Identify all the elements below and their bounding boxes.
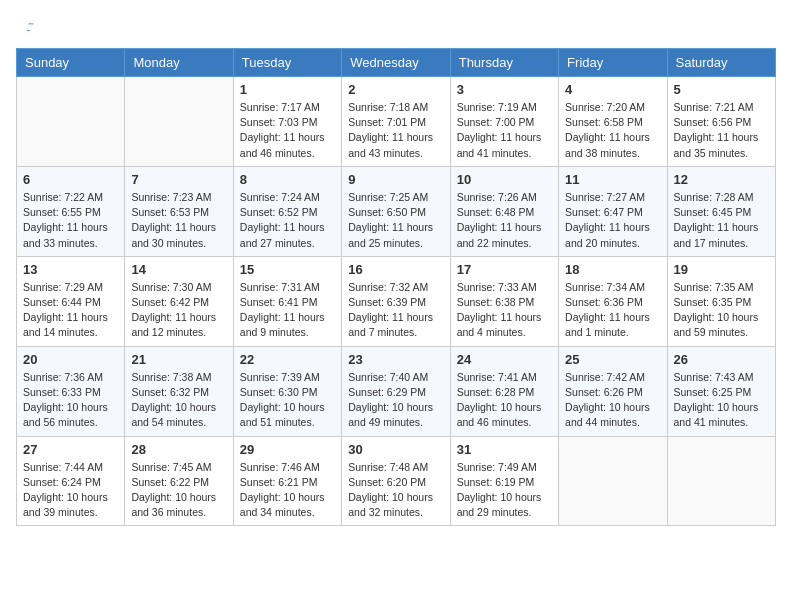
day-number: 23 <box>348 352 443 367</box>
calendar-cell: 9Sunrise: 7:25 AMSunset: 6:50 PMDaylight… <box>342 166 450 256</box>
day-number: 27 <box>23 442 118 457</box>
calendar-cell: 6Sunrise: 7:22 AMSunset: 6:55 PMDaylight… <box>17 166 125 256</box>
day-number: 21 <box>131 352 226 367</box>
sunrise-text: Sunrise: 7:38 AM <box>131 370 226 385</box>
day-info: Sunrise: 7:36 AMSunset: 6:33 PMDaylight:… <box>23 370 118 431</box>
sunset-text: Sunset: 6:35 PM <box>674 295 769 310</box>
daylight-text: Daylight: 10 hours and 59 minutes. <box>674 310 769 340</box>
sunset-text: Sunset: 6:42 PM <box>131 295 226 310</box>
calendar-cell: 21Sunrise: 7:38 AMSunset: 6:32 PMDayligh… <box>125 346 233 436</box>
calendar-cell: 4Sunrise: 7:20 AMSunset: 6:58 PMDaylight… <box>559 77 667 167</box>
sunrise-text: Sunrise: 7:18 AM <box>348 100 443 115</box>
calendar-cell: 25Sunrise: 7:42 AMSunset: 6:26 PMDayligh… <box>559 346 667 436</box>
page-header <box>16 16 776 36</box>
day-info: Sunrise: 7:38 AMSunset: 6:32 PMDaylight:… <box>131 370 226 431</box>
sunrise-text: Sunrise: 7:30 AM <box>131 280 226 295</box>
day-info: Sunrise: 7:45 AMSunset: 6:22 PMDaylight:… <box>131 460 226 521</box>
sunrise-text: Sunrise: 7:49 AM <box>457 460 552 475</box>
day-number: 19 <box>674 262 769 277</box>
day-info: Sunrise: 7:49 AMSunset: 6:19 PMDaylight:… <box>457 460 552 521</box>
calendar-cell: 14Sunrise: 7:30 AMSunset: 6:42 PMDayligh… <box>125 256 233 346</box>
calendar-table: SundayMondayTuesdayWednesdayThursdayFrid… <box>16 48 776 526</box>
sunset-text: Sunset: 6:48 PM <box>457 205 552 220</box>
sunset-text: Sunset: 6:25 PM <box>674 385 769 400</box>
daylight-text: Daylight: 11 hours and 30 minutes. <box>131 220 226 250</box>
daylight-text: Daylight: 11 hours and 7 minutes. <box>348 310 443 340</box>
sunset-text: Sunset: 7:03 PM <box>240 115 335 130</box>
sunset-text: Sunset: 6:58 PM <box>565 115 660 130</box>
sunrise-text: Sunrise: 7:46 AM <box>240 460 335 475</box>
daylight-text: Daylight: 10 hours and 34 minutes. <box>240 490 335 520</box>
sunrise-text: Sunrise: 7:23 AM <box>131 190 226 205</box>
day-number: 20 <box>23 352 118 367</box>
sunrise-text: Sunrise: 7:19 AM <box>457 100 552 115</box>
sunset-text: Sunset: 6:21 PM <box>240 475 335 490</box>
day-number: 24 <box>457 352 552 367</box>
sunrise-text: Sunrise: 7:31 AM <box>240 280 335 295</box>
weekday-header-thursday: Thursday <box>450 49 558 77</box>
day-number: 13 <box>23 262 118 277</box>
daylight-text: Daylight: 10 hours and 51 minutes. <box>240 400 335 430</box>
sunrise-text: Sunrise: 7:24 AM <box>240 190 335 205</box>
daylight-text: Daylight: 10 hours and 54 minutes. <box>131 400 226 430</box>
sunrise-text: Sunrise: 7:45 AM <box>131 460 226 475</box>
sunrise-text: Sunrise: 7:42 AM <box>565 370 660 385</box>
day-info: Sunrise: 7:20 AMSunset: 6:58 PMDaylight:… <box>565 100 660 161</box>
calendar-cell: 15Sunrise: 7:31 AMSunset: 6:41 PMDayligh… <box>233 256 341 346</box>
day-info: Sunrise: 7:33 AMSunset: 6:38 PMDaylight:… <box>457 280 552 341</box>
day-info: Sunrise: 7:22 AMSunset: 6:55 PMDaylight:… <box>23 190 118 251</box>
logo <box>16 16 38 36</box>
daylight-text: Daylight: 10 hours and 36 minutes. <box>131 490 226 520</box>
sunset-text: Sunset: 6:24 PM <box>23 475 118 490</box>
sunrise-text: Sunrise: 7:28 AM <box>674 190 769 205</box>
calendar-cell <box>559 436 667 526</box>
daylight-text: Daylight: 11 hours and 17 minutes. <box>674 220 769 250</box>
calendar-cell: 23Sunrise: 7:40 AMSunset: 6:29 PMDayligh… <box>342 346 450 436</box>
day-number: 30 <box>348 442 443 457</box>
sunrise-text: Sunrise: 7:34 AM <box>565 280 660 295</box>
day-number: 25 <box>565 352 660 367</box>
day-number: 18 <box>565 262 660 277</box>
calendar-cell: 29Sunrise: 7:46 AMSunset: 6:21 PMDayligh… <box>233 436 341 526</box>
day-info: Sunrise: 7:18 AMSunset: 7:01 PMDaylight:… <box>348 100 443 161</box>
day-info: Sunrise: 7:17 AMSunset: 7:03 PMDaylight:… <box>240 100 335 161</box>
sunset-text: Sunset: 6:30 PM <box>240 385 335 400</box>
sunset-text: Sunset: 6:32 PM <box>131 385 226 400</box>
calendar-cell: 22Sunrise: 7:39 AMSunset: 6:30 PMDayligh… <box>233 346 341 436</box>
weekday-header-monday: Monday <box>125 49 233 77</box>
daylight-text: Daylight: 10 hours and 49 minutes. <box>348 400 443 430</box>
calendar-cell: 27Sunrise: 7:44 AMSunset: 6:24 PMDayligh… <box>17 436 125 526</box>
sunset-text: Sunset: 6:29 PM <box>348 385 443 400</box>
weekday-header-friday: Friday <box>559 49 667 77</box>
calendar-cell: 1Sunrise: 7:17 AMSunset: 7:03 PMDaylight… <box>233 77 341 167</box>
day-info: Sunrise: 7:34 AMSunset: 6:36 PMDaylight:… <box>565 280 660 341</box>
day-number: 3 <box>457 82 552 97</box>
daylight-text: Daylight: 11 hours and 38 minutes. <box>565 130 660 160</box>
sunset-text: Sunset: 6:44 PM <box>23 295 118 310</box>
calendar-cell: 31Sunrise: 7:49 AMSunset: 6:19 PMDayligh… <box>450 436 558 526</box>
day-info: Sunrise: 7:25 AMSunset: 6:50 PMDaylight:… <box>348 190 443 251</box>
day-info: Sunrise: 7:44 AMSunset: 6:24 PMDaylight:… <box>23 460 118 521</box>
weekday-header-wednesday: Wednesday <box>342 49 450 77</box>
day-info: Sunrise: 7:28 AMSunset: 6:45 PMDaylight:… <box>674 190 769 251</box>
day-number: 28 <box>131 442 226 457</box>
week-row-5: 27Sunrise: 7:44 AMSunset: 6:24 PMDayligh… <box>17 436 776 526</box>
day-number: 6 <box>23 172 118 187</box>
sunset-text: Sunset: 6:19 PM <box>457 475 552 490</box>
day-number: 5 <box>674 82 769 97</box>
day-info: Sunrise: 7:31 AMSunset: 6:41 PMDaylight:… <box>240 280 335 341</box>
sunset-text: Sunset: 6:55 PM <box>23 205 118 220</box>
day-info: Sunrise: 7:39 AMSunset: 6:30 PMDaylight:… <box>240 370 335 431</box>
sunrise-text: Sunrise: 7:27 AM <box>565 190 660 205</box>
day-info: Sunrise: 7:21 AMSunset: 6:56 PMDaylight:… <box>674 100 769 161</box>
daylight-text: Daylight: 10 hours and 56 minutes. <box>23 400 118 430</box>
sunset-text: Sunset: 6:22 PM <box>131 475 226 490</box>
day-info: Sunrise: 7:41 AMSunset: 6:28 PMDaylight:… <box>457 370 552 431</box>
calendar-cell: 11Sunrise: 7:27 AMSunset: 6:47 PMDayligh… <box>559 166 667 256</box>
sunset-text: Sunset: 6:39 PM <box>348 295 443 310</box>
sunrise-text: Sunrise: 7:25 AM <box>348 190 443 205</box>
weekday-header-sunday: Sunday <box>17 49 125 77</box>
daylight-text: Daylight: 11 hours and 43 minutes. <box>348 130 443 160</box>
daylight-text: Daylight: 10 hours and 29 minutes. <box>457 490 552 520</box>
calendar-cell: 12Sunrise: 7:28 AMSunset: 6:45 PMDayligh… <box>667 166 775 256</box>
